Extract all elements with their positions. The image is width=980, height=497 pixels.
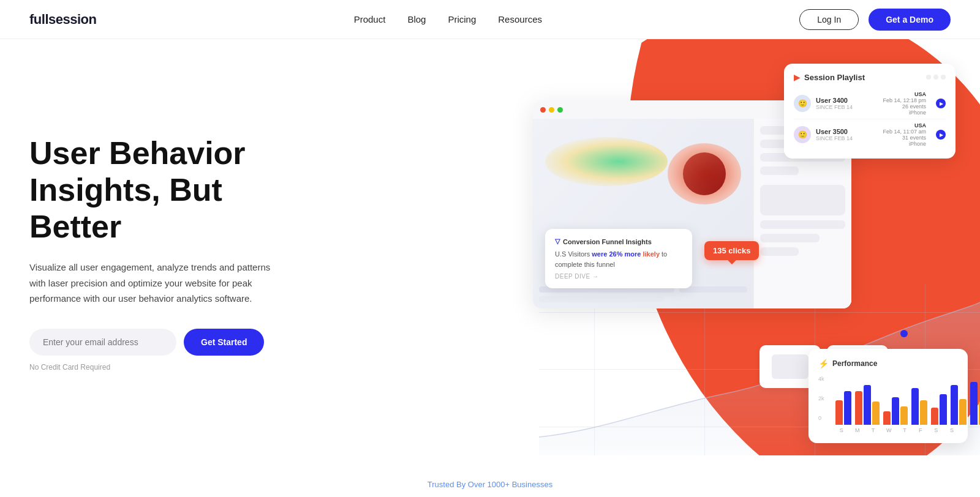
hero-right-mockups: ▶ Session Playlist 🙂 User 3400 SINCE FEB… — [514, 64, 980, 443]
hero-subtitle: Visualize all user engagement, analyze t… — [29, 260, 274, 307]
user-info: User 3500 SINCE FEB 14 — [816, 128, 878, 141]
heatmap-red-overlay — [668, 143, 741, 204]
bar-blue — [864, 385, 871, 425]
bar-blue — [951, 385, 958, 425]
browser-close-dot — [540, 107, 546, 113]
nav-actions: Log In Get a Demo — [799, 9, 951, 31]
trusted-label: Trusted By Over 1000+ Businesses — [29, 480, 951, 489]
funnel-body: U.S Visitors were 26% more likely to com… — [555, 249, 682, 269]
bar-orange — [959, 399, 967, 425]
play-button[interactable]: ▶ — [936, 130, 946, 140]
performance-title: ⚡ Performance — [818, 359, 958, 368]
session-user-row: 🙂 User 3400 SINCE FEB 14 USA Feb 14, 12:… — [794, 88, 946, 119]
get-started-button[interactable]: Get Started — [184, 329, 264, 356]
trusted-section: Trusted By Over 1000+ Businesses POLYMER… — [0, 455, 980, 497]
chart-dot-blue — [900, 330, 908, 337]
session-icon: ▶ — [794, 72, 801, 82]
performance-card: ⚡ Performance 4k 2k 0 — [809, 349, 968, 443]
nav-resources[interactable]: Resources — [498, 14, 542, 24]
performance-x-labels: S M T W T F S S — [835, 427, 958, 433]
user-info: User 3400 SINCE FEB 14 — [816, 97, 878, 110]
session-playlist-card: ▶ Session Playlist 🙂 User 3400 SINCE FEB… — [784, 64, 956, 159]
funnel-deep-dive[interactable]: DEEP DIVE → — [555, 273, 682, 280]
user-avatar: 🙂 — [794, 126, 811, 143]
user-avatar: 🙂 — [794, 95, 811, 112]
performance-icon: ⚡ — [818, 359, 829, 368]
session-card-controls — [926, 75, 946, 80]
hero-section: User Behavior Insights, But Better Visua… — [0, 39, 980, 455]
bar-orange — [920, 400, 927, 425]
bar-blue — [970, 382, 978, 425]
login-button[interactable]: Log In — [799, 9, 859, 30]
product-placeholder — [683, 152, 726, 195]
performance-chart: 4k 2k 0 — [818, 376, 958, 433]
bar-orange — [900, 406, 908, 425]
play-button[interactable]: ▶ — [936, 99, 946, 108]
brand-logo[interactable]: fullsession — [29, 12, 96, 28]
bar-orange — [872, 402, 880, 425]
bar-red — [855, 391, 862, 425]
session-user-row: 🙂 User 3500 SINCE FEB 14 USA Feb 14, 11:… — [794, 119, 946, 150]
funnel-title: ▽ Conversion Funnel Insights — [555, 237, 682, 245]
browser-minimize-dot — [549, 107, 554, 113]
browser-maximize-dot — [557, 107, 563, 113]
performance-bars — [835, 376, 958, 425]
bar-red — [931, 408, 938, 425]
session-card-title: Session Playlist — [804, 73, 865, 82]
get-demo-button[interactable]: Get a Demo — [869, 9, 951, 31]
bar-red — [883, 411, 891, 425]
navbar: fullsession Product Blog Pricing Resourc… — [0, 0, 980, 39]
chart-dot-red — [710, 388, 717, 394]
no-credit-card-label: No Credit Card Required — [29, 363, 289, 372]
bar-blue — [911, 388, 919, 425]
bar-red — [835, 400, 843, 425]
hero-left-content: User Behavior Insights, But Better Visua… — [0, 86, 318, 408]
heatmap-green-overlay — [545, 137, 668, 186]
email-input[interactable] — [29, 329, 176, 356]
hero-form: Get Started — [29, 329, 289, 356]
bar-blue — [844, 391, 851, 425]
bar-blue — [892, 397, 899, 425]
bar-blue — [940, 394, 947, 425]
nav-pricing[interactable]: Pricing — [448, 14, 476, 24]
nav-blog[interactable]: Blog — [407, 14, 426, 24]
clicks-badge: 135 clicks — [704, 241, 759, 260]
nav-product[interactable]: Product — [354, 14, 386, 24]
funnel-card: ▽ Conversion Funnel Insights U.S Visitor… — [545, 229, 692, 288]
hero-title: User Behavior Insights, But Better — [29, 135, 289, 245]
nav-links: Product Blog Pricing Resources — [354, 14, 542, 24]
funnel-icon: ▽ — [555, 237, 560, 245]
